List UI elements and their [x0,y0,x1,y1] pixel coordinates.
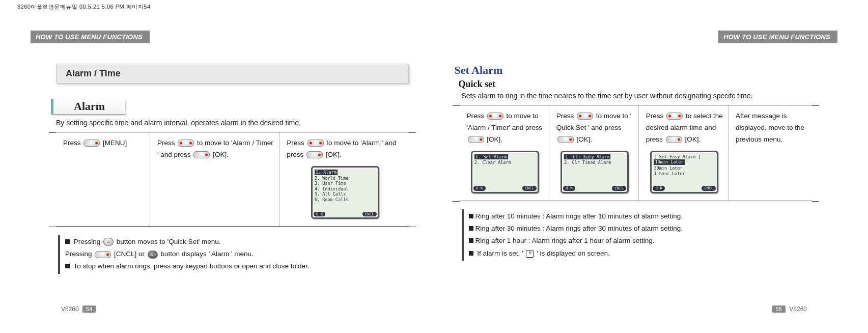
set-alarm-heading: Set Alarm [455,64,823,77]
step-col-3: Press to move to 'Alarm ' and press [OK]… [279,132,408,226]
phone-screen-alarm-list: 1. Alarm 2. World Time 3. User Time 4. I… [311,166,379,219]
home-button-icon [103,238,114,246]
screen-line-5: 5. All Calls [315,191,346,197]
bullet-icon [469,226,473,231]
screen-line-4: 4. Individual [315,186,349,191]
screen-line-3: 3. User Time [315,181,346,186]
ok-button-icon [468,136,484,143]
qs-col-4: After message is displayed, move to the … [729,105,812,201]
rnote2: Ring after 30 minutes : Alarm rings afte… [475,225,683,232]
softkey-ok: O K [473,186,486,190]
s2-line2: 2. Clr Timed Alarm [564,160,611,165]
crop-mark: 8260아폴로영문메뉴얼 00.5.21 5:06 PM 페이지54 [17,3,151,11]
nav-button-icon [666,113,683,120]
phone-screen-easy-alarm: [ Set Easy Alarm ] 10min Later 30min Lat… [650,151,718,193]
note3: To stop when alarm rings, press any keyp… [74,262,310,270]
page-left: HOW TO USE MENU FUNCTIONS Alarm / Time A… [31,31,434,302]
qs1-a: Press [467,112,486,120]
phone-screen-clr-options: 1. Clr Easy Alarm 2. Clr Timed Alarm O K… [561,151,629,193]
clock-icon [526,250,534,258]
qs-col-2: Press to move to ' Quick Set ' and press… [549,105,639,201]
rnote3: Ring after 1 hour : Alarm rings after 1 … [475,237,655,244]
rnote4-b: ' is displayed on screen. [537,249,610,257]
softkey-cncl: CNCL [362,212,377,216]
cncl-button-icon [95,251,111,258]
s3-line2: 30min Later [654,165,682,171]
step2-text-a: Press [157,139,177,147]
nav-button-icon [178,140,194,147]
note1-a: Pressing [74,238,102,245]
rnote1: Ring after 10 minutes : Alarm rings afte… [475,212,683,220]
softkey-cncl: CNCL [612,186,626,190]
qs-col-3: Press to select the desired alarm time a… [639,105,729,201]
alarm-steps-row: Press [MENU] Press to move to 'Alarm / T… [56,132,409,227]
page-number-54: 54 [82,306,96,313]
qs2-a: Press [556,112,576,120]
qs-col-1: Press to move to 'Alarm / Timer' and pre… [460,105,549,201]
screen-line-6: 6. Roam Calls [315,197,349,202]
nav-button-icon [577,113,593,120]
ok-button-icon [193,151,210,158]
nav-button-icon [487,113,503,120]
title-bar: Alarm / Time [56,64,409,84]
ok-button-icon [557,136,574,143]
right-footer: 55 V8260 [770,306,807,313]
bullet-icon [65,264,70,268]
bullet-icon [469,238,473,243]
left-banner: HOW TO USE MENU FUNCTIONS [31,31,150,43]
step3-text-c: [OK]. [326,151,342,158]
screen-line-1: 1. Alarm [315,170,338,175]
softkey-ok: O K [653,186,665,190]
qs3-a: Press [646,112,665,120]
rnote4-a: If alarm is set, ' [477,249,525,257]
step-col-2: Press to move to 'Alarm / Timer ' and pr… [150,132,279,226]
clr-button-icon [148,251,158,259]
softkey-ok: O K [563,186,575,190]
step2-text-c: [OK]. [213,151,229,158]
quickset-intro: Sets alarm to ring in the time neares to… [462,92,813,100]
right-notes: Ring after 10 minutes : Alarm rings afte… [462,209,813,261]
ok-button-icon [306,151,323,158]
menu-button-icon [83,140,100,147]
step-col-1: Press [MENU] [56,132,150,226]
model-label: V8260 [789,306,807,313]
s3-title: [ Set Easy Alarm ] [654,154,701,159]
note2-c: button displays ' Alarm ' menu. [161,250,254,258]
note1-b: button moves to 'Quick Set' menu. [117,238,221,245]
s3-line1: 10min Later [654,159,684,165]
nav-button-icon [307,140,324,147]
step3-text-a: Press [287,139,306,147]
qs4: After message is displayed, move to the … [736,112,804,143]
note2-b: [CNCL] or [114,250,147,258]
qs3-c: [OK]. [685,135,701,143]
page-right: HOW TO USE MENU FUNCTIONS Set Alarm Quic… [434,31,838,302]
phone-screen-set-clear: 1. Set Alarm 2. Clear Alarm O K CNCL [471,151,539,193]
note2-a: Pressing [65,250,94,258]
quick-set-heading: Quick set [459,79,823,90]
screen-line-2: 2. World Time [315,176,349,181]
softkey-cncl: CNCL [522,186,537,190]
model-label: V8260 [61,306,79,313]
bullet-icon [469,214,473,218]
s1-line1: 1. Set Alarm [474,154,508,160]
alarm-heading: Alarm [51,99,125,115]
bullet-icon [65,239,70,244]
softkey-cncl: CNCL [702,186,716,190]
bullet-icon [469,251,473,256]
left-notes: Pressing button moves to 'Quick Set' men… [58,235,409,274]
qs1-c: [OK]. [487,135,502,143]
s3-line3: 1 hour Later [654,171,685,176]
qs2-c: [OK]. [576,135,592,143]
ok-button-icon [666,136,682,143]
right-banner: HOW TO USE MENU FUNCTIONS [718,31,837,43]
alarm-intro: By setting specific time and alarm inter… [56,119,409,127]
step1-text-b: [MENU] [103,139,127,147]
softkey-ok: O K [314,212,326,216]
page-number-55: 55 [772,306,786,313]
step1-text-a: Press [63,139,82,147]
s1-line2: 2. Clear Alarm [474,160,511,165]
left-footer: V8260 54 [61,306,98,313]
quickset-steps-row: Press to move to 'Alarm / Timer' and pre… [460,105,813,201]
s2-line1: 1. Clr Easy Alarm [564,154,610,160]
